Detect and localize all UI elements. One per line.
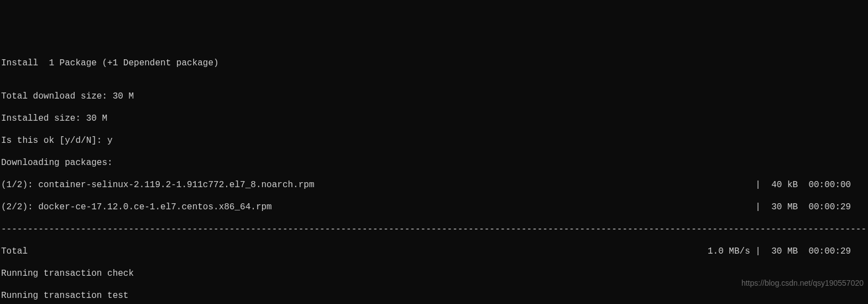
total-label: Total	[1, 246, 28, 257]
downloading-line: Downloading packages:	[1, 157, 867, 168]
pkg1-stats: | 40 kB 00:00:00	[755, 179, 867, 190]
total-line: Total1.0 MB/s | 30 MB 00:00:29	[1, 246, 867, 257]
confirm-prompt-line: Is this ok [y/d/N]: y	[1, 135, 867, 146]
install-header-line: Install 1 Package (+1 Dependent package)	[1, 58, 867, 69]
running-check-line: Running transaction check	[1, 268, 867, 279]
package-download-2: (2/2): docker-ce-17.12.0.ce-1.el7.centos…	[1, 202, 867, 213]
pkg2-stats: | 30 MB 00:00:29	[755, 202, 867, 213]
pkg2-name: (2/2): docker-ce-17.12.0.ce-1.el7.centos…	[1, 202, 272, 213]
package-download-1: (1/2): container-selinux-2.119.2-1.911c7…	[1, 179, 867, 190]
watermark-text: https://blog.csdn.net/qsy190557020	[741, 277, 864, 288]
total-download-line: Total download size: 30 M	[1, 91, 867, 102]
pkg1-name: (1/2): container-selinux-2.119.2-1.911c7…	[1, 179, 315, 190]
running-test-line: Running transaction test	[1, 290, 867, 301]
installed-size-line: Installed size: 30 M	[1, 113, 867, 124]
total-stats: 1.0 MB/s | 30 MB 00:00:29	[708, 246, 867, 257]
separator-line: ----------------------------------------…	[1, 224, 867, 235]
terminal-output: Install 1 Package (+1 Dependent package)…	[1, 47, 867, 304]
